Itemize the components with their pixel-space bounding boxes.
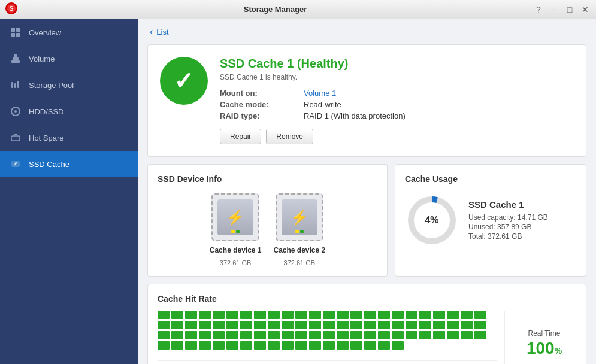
volume-icon bbox=[10, 53, 22, 65]
ssd-device-info-title: SSD Device Info bbox=[158, 174, 377, 184]
bar-cell bbox=[199, 341, 211, 350]
bar-cell bbox=[364, 311, 376, 319]
repair-button[interactable]: Repair bbox=[220, 129, 261, 144]
raid-type-value: RAID 1 (With data protection) bbox=[304, 111, 574, 120]
bar-cell bbox=[226, 331, 238, 339]
bar-cell bbox=[213, 321, 225, 329]
bar-cell bbox=[254, 341, 266, 350]
cache-mode-label: Cache mode: bbox=[220, 100, 304, 109]
bar-cell bbox=[350, 341, 362, 350]
sidebar-item-storage-pool[interactable]: Storage Pool bbox=[0, 72, 138, 98]
realtime-label: Real Time bbox=[528, 329, 560, 338]
device-icon-inner-2: ⚡ bbox=[282, 199, 317, 235]
cache-mode-value: Read-write bbox=[304, 100, 574, 109]
title-bar: S Storage Manager ? − □ ✕ bbox=[0, 0, 596, 19]
bar-cell bbox=[406, 321, 417, 329]
ssd-device-info-panel: SSD Device Info ⚡ bbox=[147, 164, 388, 277]
breadcrumb-arrow: ‹ bbox=[150, 26, 153, 37]
panels-row: SSD Device Info ⚡ bbox=[147, 164, 586, 277]
bar-cell bbox=[268, 341, 280, 350]
svg-rect-12 bbox=[17, 81, 19, 88]
storage-pool-icon bbox=[10, 79, 22, 91]
bar-cell bbox=[226, 341, 238, 350]
sidebar-item-hdd-ssd[interactable]: HDD/SSD bbox=[0, 98, 138, 125]
bar-cell bbox=[474, 331, 486, 339]
sidebar-item-ssd-cache[interactable]: SSD Cache bbox=[0, 151, 138, 177]
bar-cell bbox=[447, 311, 459, 319]
device-icon-inner-1: ⚡ bbox=[217, 199, 253, 235]
led-yellow-1 bbox=[231, 230, 235, 233]
bar-cell bbox=[378, 341, 390, 350]
bar-cell bbox=[295, 321, 307, 329]
bar-cell bbox=[461, 311, 473, 319]
svg-text:S: S bbox=[10, 5, 14, 12]
bar-cell bbox=[254, 331, 266, 339]
bar-cell bbox=[392, 341, 404, 350]
bar-grid bbox=[158, 311, 497, 350]
cache-hit-rate-title: Cache Hit Rate bbox=[158, 294, 576, 304]
bar-cell bbox=[337, 311, 349, 319]
bar-cell bbox=[199, 321, 211, 329]
bar-cell bbox=[282, 341, 294, 350]
info-buttons: Repair Remove bbox=[220, 129, 574, 144]
breadcrumb-label[interactable]: List bbox=[156, 28, 168, 37]
bar-cell bbox=[158, 341, 170, 350]
close-button[interactable]: ✕ bbox=[579, 4, 591, 16]
realtime-box: Real Time 100% bbox=[504, 311, 576, 364]
device-list: ⚡ Cache device 1 372.61 GB bbox=[158, 193, 377, 266]
bar-cell bbox=[185, 311, 197, 319]
maximize-button[interactable]: □ bbox=[564, 4, 576, 16]
mount-on-value[interactable]: Volume 1 bbox=[304, 89, 574, 98]
bar-cell bbox=[171, 311, 183, 319]
bar-cell bbox=[433, 311, 445, 319]
svg-rect-4 bbox=[16, 28, 20, 32]
info-details: SSD Cache 1 (Healthy) SSD Cache 1 is hea… bbox=[220, 57, 574, 144]
checkmark-icon: ✓ bbox=[174, 67, 194, 95]
svg-rect-11 bbox=[14, 83, 16, 88]
lightning-icon-1: ⚡ bbox=[226, 209, 244, 226]
help-button[interactable]: ? bbox=[533, 4, 544, 16]
bar-cell bbox=[185, 321, 197, 329]
bar-cell bbox=[199, 311, 211, 319]
bar-cell bbox=[226, 321, 238, 329]
bar-cell bbox=[323, 311, 335, 319]
lightning-icon-2: ⚡ bbox=[291, 209, 308, 226]
sidebar-item-volume[interactable]: Volume bbox=[0, 46, 138, 72]
bar-cell bbox=[295, 331, 307, 339]
svg-rect-7 bbox=[11, 60, 20, 63]
info-section: ✓ SSD Cache 1 (Healthy) SSD Cache 1 is h… bbox=[147, 44, 586, 157]
cache-total: Total: 372.61 GB bbox=[468, 232, 576, 241]
svg-point-14 bbox=[14, 110, 17, 113]
bar-cell bbox=[392, 331, 404, 339]
bar-cell bbox=[337, 321, 349, 329]
bar-cell bbox=[461, 321, 473, 329]
cache-unused: Unused: 357.89 GB bbox=[468, 223, 576, 231]
sidebar-item-overview[interactable]: Overview bbox=[0, 19, 138, 46]
info-grid: Mount on: Volume 1 Cache mode: Read-writ… bbox=[220, 89, 574, 120]
led-green-1 bbox=[236, 230, 240, 233]
svg-rect-6 bbox=[16, 33, 20, 37]
device-item-2: ⚡ Cache device 2 372.61 GB bbox=[274, 193, 326, 266]
breadcrumb[interactable]: ‹ List bbox=[138, 19, 596, 44]
device-size-1: 372.61 GB bbox=[220, 259, 252, 266]
bar-cell bbox=[447, 331, 459, 339]
info-subtitle: SSD Cache 1 is healthy. bbox=[220, 73, 574, 81]
remove-button[interactable]: Remove bbox=[266, 129, 313, 144]
hdd-ssd-icon bbox=[10, 105, 22, 117]
hit-rate-stats: 1 Day 99% 1 Week 99% 1 Month bbox=[158, 360, 497, 364]
bar-cell bbox=[158, 311, 170, 319]
bar-cell bbox=[240, 321, 252, 329]
bar-cell bbox=[364, 341, 376, 350]
bar-cell bbox=[171, 331, 183, 339]
bar-cell bbox=[378, 331, 390, 339]
device-item-1: ⚡ Cache device 1 372.61 GB bbox=[210, 193, 262, 266]
bar-cell bbox=[433, 331, 445, 339]
bar-cell bbox=[309, 321, 321, 329]
minimize-button[interactable]: − bbox=[548, 4, 560, 16]
cache-info: SSD Cache 1 Used capacity: 14.71 GB Unus… bbox=[468, 199, 576, 242]
svg-rect-15 bbox=[11, 136, 20, 141]
bar-cell bbox=[323, 321, 335, 329]
led-green-2 bbox=[300, 230, 304, 233]
raid-type-label: RAID type: bbox=[220, 111, 304, 120]
sidebar-item-hot-spare[interactable]: Hot Spare bbox=[0, 125, 138, 151]
